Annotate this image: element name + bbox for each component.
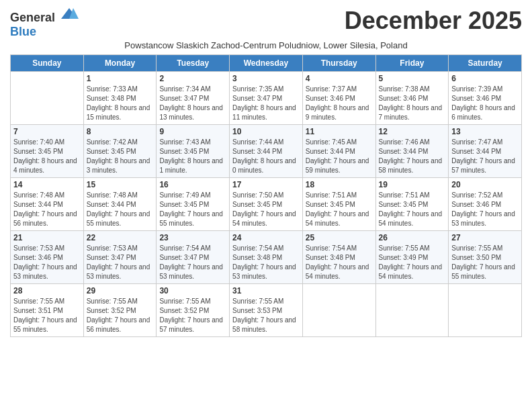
day-info: Sunrise: 7:40 AMSunset: 3:45 PMDaylight:… [13, 138, 81, 175]
day-info: Sunrise: 7:55 AMSunset: 3:53 PMDaylight:… [232, 297, 300, 334]
day-info: Sunrise: 7:37 AMSunset: 3:46 PMDaylight:… [306, 85, 373, 122]
calendar-cell: 18Sunrise: 7:51 AMSunset: 3:45 PMDayligh… [302, 178, 375, 231]
day-number: 22 [87, 233, 154, 242]
day-info: Sunrise: 7:34 AMSunset: 3:47 PMDaylight:… [159, 85, 226, 122]
page-header: General Blue December 2025 [10, 7, 522, 39]
day-info: Sunrise: 7:54 AMSunset: 3:48 PMDaylight:… [306, 244, 373, 281]
day-number: 15 [87, 180, 154, 189]
header-thursday: Thursday [302, 55, 375, 72]
calendar-cell: 26Sunrise: 7:55 AMSunset: 3:49 PMDayligh… [375, 231, 449, 284]
day-info: Sunrise: 7:53 AMSunset: 3:46 PMDaylight:… [13, 244, 81, 281]
day-number: 28 [13, 286, 81, 295]
calendar-cell: 11Sunrise: 7:45 AMSunset: 3:44 PMDayligh… [302, 125, 375, 178]
calendar-cell: 6Sunrise: 7:39 AMSunset: 3:46 PMDaylight… [449, 72, 522, 125]
header-sunday: Sunday [11, 55, 84, 72]
day-info: Sunrise: 7:50 AMSunset: 3:45 PMDaylight:… [232, 191, 300, 228]
day-info: Sunrise: 7:35 AMSunset: 3:47 PMDaylight:… [232, 85, 300, 122]
day-number: 31 [232, 286, 300, 295]
day-number: 2 [159, 74, 226, 83]
calendar-cell: 4Sunrise: 7:37 AMSunset: 3:46 PMDaylight… [302, 72, 375, 125]
day-number: 3 [232, 74, 300, 83]
day-number: 23 [159, 233, 226, 242]
calendar-cell: 22Sunrise: 7:53 AMSunset: 3:47 PMDayligh… [83, 231, 157, 284]
day-info: Sunrise: 7:39 AMSunset: 3:46 PMDaylight:… [451, 85, 519, 122]
day-number: 1 [87, 74, 154, 83]
day-info: Sunrise: 7:55 AMSunset: 3:52 PMDaylight:… [87, 297, 154, 334]
header-tuesday: Tuesday [157, 55, 230, 72]
day-info: Sunrise: 7:54 AMSunset: 3:47 PMDaylight:… [159, 244, 226, 281]
calendar-cell: 7Sunrise: 7:40 AMSunset: 3:45 PMDaylight… [11, 125, 84, 178]
day-number: 5 [379, 74, 446, 83]
day-number: 20 [451, 180, 519, 189]
calendar-cell: 5Sunrise: 7:38 AMSunset: 3:46 PMDaylight… [375, 72, 449, 125]
calendar-cell: 16Sunrise: 7:49 AMSunset: 3:45 PMDayligh… [157, 178, 230, 231]
header-wednesday: Wednesday [230, 55, 303, 72]
week-row-2: 14Sunrise: 7:48 AMSunset: 3:44 PMDayligh… [11, 178, 522, 231]
day-number: 17 [232, 180, 300, 189]
day-number: 14 [13, 180, 81, 189]
calendar-cell: 3Sunrise: 7:35 AMSunset: 3:47 PMDaylight… [230, 72, 303, 125]
day-number: 18 [306, 180, 373, 189]
week-row-1: 7Sunrise: 7:40 AMSunset: 3:45 PMDaylight… [11, 125, 522, 178]
calendar-cell: 2Sunrise: 7:34 AMSunset: 3:47 PMDaylight… [157, 72, 230, 125]
day-number: 8 [87, 127, 154, 136]
calendar-cell: 10Sunrise: 7:44 AMSunset: 3:44 PMDayligh… [230, 125, 303, 178]
day-number: 10 [232, 127, 300, 136]
logo-blue: Blue [10, 25, 36, 38]
month-title: December 2025 [345, 7, 522, 35]
day-info: Sunrise: 7:48 AMSunset: 3:44 PMDaylight:… [87, 191, 154, 228]
day-info: Sunrise: 7:48 AMSunset: 3:44 PMDaylight:… [13, 191, 81, 228]
day-info: Sunrise: 7:52 AMSunset: 3:46 PMDaylight:… [451, 191, 519, 228]
day-info: Sunrise: 7:54 AMSunset: 3:48 PMDaylight:… [232, 244, 300, 281]
day-info: Sunrise: 7:49 AMSunset: 3:45 PMDaylight:… [159, 191, 226, 228]
day-number: 30 [159, 286, 226, 295]
day-number: 6 [451, 74, 519, 83]
day-info: Sunrise: 7:42 AMSunset: 3:45 PMDaylight:… [87, 138, 154, 175]
calendar-cell [449, 284, 522, 337]
logo-icon [60, 7, 79, 21]
day-number: 13 [451, 127, 519, 136]
day-number: 19 [379, 180, 446, 189]
day-info: Sunrise: 7:43 AMSunset: 3:45 PMDaylight:… [159, 138, 226, 175]
day-number: 25 [306, 233, 373, 242]
calendar-cell: 27Sunrise: 7:55 AMSunset: 3:50 PMDayligh… [449, 231, 522, 284]
day-number: 24 [232, 233, 300, 242]
calendar-cell: 28Sunrise: 7:55 AMSunset: 3:51 PMDayligh… [11, 284, 84, 337]
day-number: 29 [87, 286, 154, 295]
calendar-cell: 23Sunrise: 7:54 AMSunset: 3:47 PMDayligh… [157, 231, 230, 284]
calendar-cell [11, 72, 84, 125]
day-info: Sunrise: 7:53 AMSunset: 3:47 PMDaylight:… [87, 244, 154, 281]
day-number: 4 [306, 74, 373, 83]
day-info: Sunrise: 7:44 AMSunset: 3:44 PMDaylight:… [232, 138, 300, 175]
calendar-table: SundayMondayTuesdayWednesdayThursdayFrid… [10, 54, 522, 337]
day-info: Sunrise: 7:38 AMSunset: 3:46 PMDaylight:… [379, 85, 446, 122]
day-number: 11 [306, 127, 373, 136]
calendar-cell: 29Sunrise: 7:55 AMSunset: 3:52 PMDayligh… [83, 284, 157, 337]
calendar-cell: 13Sunrise: 7:47 AMSunset: 3:44 PMDayligh… [449, 125, 522, 178]
calendar-cell [302, 284, 375, 337]
calendar-cell: 8Sunrise: 7:42 AMSunset: 3:45 PMDaylight… [83, 125, 157, 178]
week-row-0: 1Sunrise: 7:33 AMSunset: 3:48 PMDaylight… [11, 72, 522, 125]
day-number: 7 [13, 127, 81, 136]
calendar-cell: 1Sunrise: 7:33 AMSunset: 3:48 PMDaylight… [83, 72, 157, 125]
header-monday: Monday [83, 55, 157, 72]
day-info: Sunrise: 7:33 AMSunset: 3:48 PMDaylight:… [87, 85, 154, 122]
day-info: Sunrise: 7:55 AMSunset: 3:52 PMDaylight:… [159, 297, 226, 334]
day-number: 12 [379, 127, 446, 136]
header-saturday: Saturday [449, 55, 522, 72]
day-info: Sunrise: 7:55 AMSunset: 3:51 PMDaylight:… [13, 297, 81, 334]
logo: General Blue [10, 7, 79, 39]
logo-general: General [10, 11, 55, 24]
week-row-3: 21Sunrise: 7:53 AMSunset: 3:46 PMDayligh… [11, 231, 522, 284]
calendar-cell: 20Sunrise: 7:52 AMSunset: 3:46 PMDayligh… [449, 178, 522, 231]
week-row-4: 28Sunrise: 7:55 AMSunset: 3:51 PMDayligh… [11, 284, 522, 337]
calendar-cell: 21Sunrise: 7:53 AMSunset: 3:46 PMDayligh… [11, 231, 84, 284]
calendar-cell: 12Sunrise: 7:46 AMSunset: 3:44 PMDayligh… [375, 125, 449, 178]
calendar-cell: 24Sunrise: 7:54 AMSunset: 3:48 PMDayligh… [230, 231, 303, 284]
calendar-cell: 31Sunrise: 7:55 AMSunset: 3:53 PMDayligh… [230, 284, 303, 337]
calendar-cell: 9Sunrise: 7:43 AMSunset: 3:45 PMDaylight… [157, 125, 230, 178]
header-friday: Friday [375, 55, 449, 72]
day-info: Sunrise: 7:55 AMSunset: 3:50 PMDaylight:… [451, 244, 519, 281]
logo-text: General Blue [10, 7, 79, 39]
calendar-cell: 15Sunrise: 7:48 AMSunset: 3:44 PMDayligh… [83, 178, 157, 231]
